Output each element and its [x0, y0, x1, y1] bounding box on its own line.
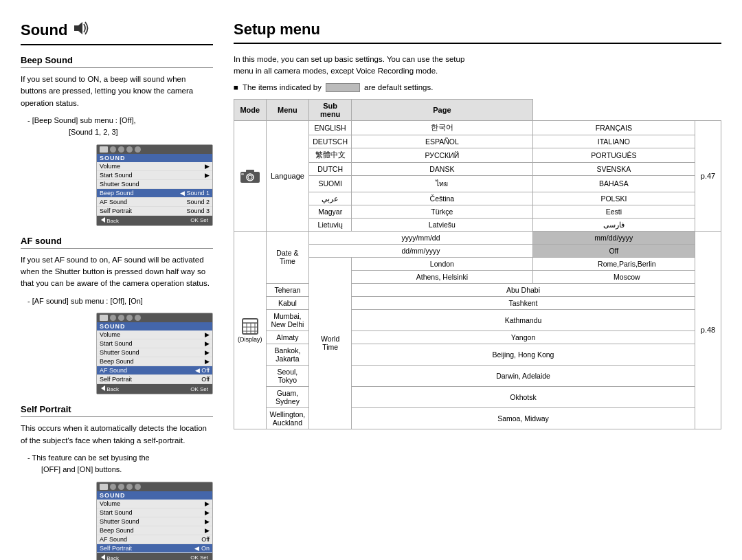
lang-korean: 한국어 — [352, 120, 533, 135]
wt-moscow: Moscow — [532, 270, 721, 283]
wt-row-4: Mumbai, New Delhi Kathmandu — [234, 309, 721, 331]
setup-title: Setup menu — [234, 21, 721, 44]
date-yyyymmdd: yyyy/mm/dd — [309, 231, 532, 244]
wt-mumbai: Mumbai, New Delhi — [266, 309, 309, 331]
wt-abudhabi: Abu Dhabi — [352, 283, 695, 296]
beep-sound-heading: Beep Sound — [21, 55, 213, 68]
speaker-icon — [73, 21, 92, 40]
col-mode: Mode — [234, 99, 267, 120]
mode-cell-display: (Display) — [234, 231, 267, 429]
right-column: Setup menu In this mode, you can set up … — [234, 21, 721, 560]
wt-beijing: Beijing, Hong Kong — [352, 344, 695, 365]
svg-marker-0 — [74, 22, 82, 34]
self-portrait-section: Self Portrait This occurs when it automa… — [21, 404, 213, 560]
col-page: Page — [352, 99, 533, 120]
sound-section-title: Sound — [21, 21, 213, 45]
col-submenu: Sub menu — [309, 99, 352, 120]
af-sound-heading: AF sound — [21, 236, 213, 249]
world-time-menu-cell: World Time — [309, 257, 352, 429]
date-ddmmyyyy: dd/mm/yyyy — [309, 244, 532, 257]
wt-row-5: Almaty Yangon — [234, 331, 721, 344]
self-portrait-camera-ui: SOUND Volume▶ Start Sound▶ Shutter Sound… — [96, 482, 213, 560]
wt-okhotsk: Okhotsk — [352, 386, 695, 407]
beep-sound-body: If you set sound to ON, a beep will soun… — [21, 74, 213, 109]
col-menu: Menu — [266, 99, 309, 120]
self-portrait-body: This occurs when it automatically detect… — [21, 423, 213, 447]
wt-row-7: Seoul, Tokyo Darwin, Adelaide — [234, 365, 721, 386]
date-time-menu-cell: Date &Time — [266, 231, 309, 283]
wt-samoa: Samoa, Midway — [352, 407, 695, 429]
language-row: Language ENGLISH 한국어 FRANÇAIS p.47 — [234, 120, 721, 135]
wt-guam: Guam, Sydney — [266, 386, 309, 407]
setup-intro: In this mode, you can set up basic setti… — [234, 54, 721, 78]
wt-london: London — [352, 257, 533, 270]
wt-row-8: Guam, Sydney Okhotsk — [234, 386, 721, 407]
wt-athens: Athens, Helsinki — [352, 270, 533, 283]
wt-rome: Rome,Paris,Berlin — [532, 257, 721, 270]
setup-table: Mode Menu Sub menu Page — [234, 99, 721, 429]
date-mmddyyyy: mm/dd/yyyy — [532, 231, 695, 244]
wt-row-6: Bankok, Jakarta Beijing, Hong Kong — [234, 344, 721, 365]
wt-row-3: Kabul Tashkent — [234, 296, 721, 309]
lang-french: FRANÇAIS — [532, 120, 695, 135]
af-sound-note: - [AF sound] sub menu : [Off], [On] — [27, 295, 213, 308]
wt-bankok: Bankok, Jakarta — [266, 344, 309, 365]
wt-darwin: Darwin, Adelaide — [352, 365, 695, 386]
svg-rect-6 — [243, 319, 258, 334]
wt-yangon: Yangon — [352, 331, 695, 344]
self-portrait-heading: Self Portrait — [21, 404, 213, 417]
wt-row-9: Wellington, Auckland Samoa, Midway — [234, 407, 721, 429]
af-sound-camera-ui: SOUND Volume▶ Start Sound▶ Shutter Sound… — [96, 313, 213, 394]
left-column: Sound Beep Sound If you set sound to ON,… — [21, 21, 213, 560]
wt-wellington: Wellington, Auckland — [266, 407, 309, 429]
wt-row-2: Teheran Abu Dhabi — [234, 283, 721, 296]
wt-seoul: Seoul, Tokyo — [266, 365, 309, 386]
sound-title-text: Sound — [21, 21, 67, 39]
display-row-1: (Display) Date &Time yyyy/mm/dd mm/dd/yy… — [234, 231, 721, 244]
wt-kabul: Kabul — [266, 296, 309, 309]
lang-english: ENGLISH — [309, 120, 352, 135]
mode-cell-camera — [234, 120, 267, 231]
self-portrait-note: - This feature can be set byusing the [O… — [27, 452, 213, 476]
svg-rect-5 — [241, 173, 244, 175]
date-off: Off — [532, 244, 695, 257]
wt-tashkent: Tashkent — [352, 296, 695, 309]
af-sound-body: If you set AF sound to on, AF sound will… — [21, 254, 213, 290]
language-menu-cell: Language — [266, 120, 309, 231]
beep-sound-camera-ui: SOUND Volume▶ Start Sound▶ Shutter Sound… — [96, 144, 213, 226]
wt-teheran: Teheran — [266, 283, 309, 296]
af-sound-section: AF sound If you set AF sound to on, AF s… — [21, 236, 213, 394]
beep-sound-section: Beep Sound If you set sound to ON, a bee… — [21, 55, 213, 226]
wt-kathmandu: Kathmandu — [352, 309, 695, 331]
wt-almaty: Almaty — [266, 331, 309, 344]
svg-rect-4 — [246, 170, 254, 173]
page-47: p.47 — [695, 120, 721, 231]
default-note: ■ The items indicated by are default set… — [234, 83, 721, 92]
beep-sound-note: - [Beep Sound] sub menu : [Off], [Sound … — [27, 115, 213, 139]
